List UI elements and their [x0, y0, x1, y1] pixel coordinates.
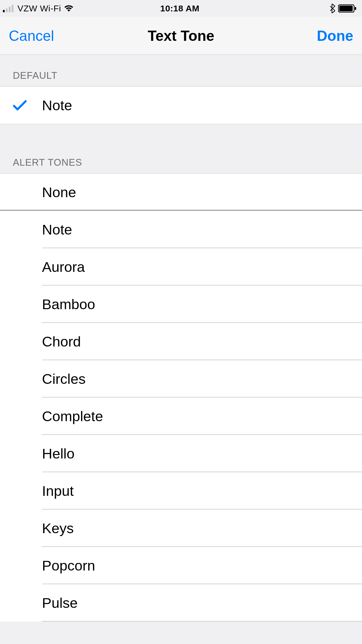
cancel-button[interactable]: Cancel — [9, 27, 54, 44]
tone-row[interactable]: Keys — [0, 510, 362, 547]
svg-rect-3 — [12, 5, 13, 12]
tone-label: Chord — [42, 333, 362, 350]
default-tone-row[interactable]: Note — [0, 87, 362, 124]
tone-label: Aurora — [42, 259, 362, 275]
done-button[interactable]: Done — [317, 27, 353, 44]
svg-rect-5 — [339, 6, 353, 11]
tone-row[interactable]: Chord — [0, 323, 362, 360]
tone-label: Popcorn — [42, 557, 362, 574]
tone-row[interactable]: Bamboo — [0, 286, 362, 323]
status-bar: VZW Wi-Fi 10:18 AM — [0, 0, 362, 17]
tone-label: Pulse — [42, 595, 362, 611]
alert-tones-group: None Note Aurora Bamboo Chord Circles Co… — [0, 173, 362, 622]
check-icon — [13, 99, 27, 111]
tone-label: Input — [42, 483, 362, 499]
page-title: Text Tone — [73, 27, 289, 44]
tone-row[interactable]: Popcorn — [0, 547, 362, 584]
tone-label: Complete — [42, 408, 362, 424]
tone-label: Keys — [42, 520, 362, 536]
tone-row[interactable]: Input — [0, 472, 362, 510]
tone-label: None — [42, 184, 362, 200]
cell-signal-icon — [3, 5, 15, 12]
tone-label: Hello — [42, 445, 362, 462]
tone-label: Bamboo — [42, 296, 362, 312]
wifi-icon — [64, 5, 74, 12]
tone-row[interactable]: Circles — [0, 360, 362, 398]
carrier-label: VZW Wi-Fi — [17, 4, 61, 13]
tone-label: Circles — [42, 371, 362, 387]
default-tone-label: Note — [42, 97, 362, 113]
section-header-alert-tones: ALERT TONES — [0, 139, 362, 173]
tone-row[interactable]: Aurora — [0, 248, 362, 286]
tone-row[interactable]: Pulse — [0, 584, 362, 622]
battery-icon — [338, 4, 357, 13]
svg-rect-6 — [355, 7, 356, 10]
default-group: Note — [0, 86, 362, 124]
svg-rect-1 — [6, 8, 8, 12]
section-header-default: DEFAULT — [0, 55, 362, 86]
svg-rect-2 — [9, 7, 10, 12]
tone-label: Note — [42, 221, 362, 238]
tone-row[interactable]: Complete — [0, 398, 362, 435]
bluetooth-icon — [329, 4, 335, 13]
navigation-bar: Cancel Text Tone Done — [0, 17, 362, 55]
tone-row-none[interactable]: None — [0, 174, 362, 211]
tone-row[interactable]: Note — [0, 211, 362, 248]
tone-row[interactable]: Hello — [0, 435, 362, 472]
status-time: 10:18 AM — [121, 4, 239, 13]
svg-rect-0 — [3, 10, 5, 12]
